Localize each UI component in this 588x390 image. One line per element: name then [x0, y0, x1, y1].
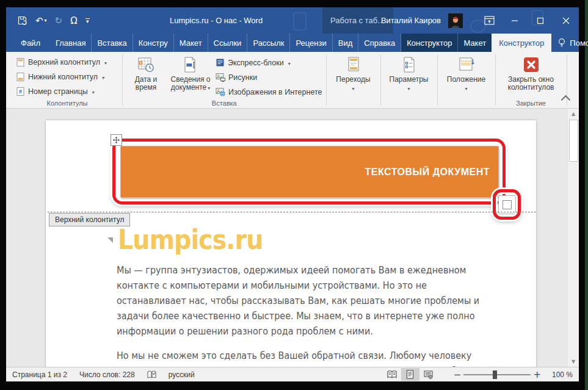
tab-review[interactable]: Рецензи	[290, 34, 332, 52]
dropdown-arrow-icon	[407, 84, 410, 93]
user-name[interactable]: Виталий Каиров	[381, 16, 441, 25]
zoom-level[interactable]: 100 %	[547, 370, 573, 379]
navigation-group-button[interactable]: Переходы	[330, 54, 377, 94]
dropdown-arrow-icon	[288, 59, 291, 67]
pictures-button[interactable]: Рисунки	[216, 71, 322, 84]
group-label: Вставка	[123, 99, 326, 107]
tab-file[interactable]: Файл	[11, 34, 50, 52]
group-headers-footers: Верхний колонтитул Нижний колонтитул # Н…	[12, 52, 122, 108]
dropdown-arrow-icon	[102, 73, 104, 81]
word-window: ↶▾ ↻ Ω ▾ Lumpics.ru - О нас - Word Работ…	[6, 7, 579, 381]
lightbulb-icon	[557, 38, 566, 48]
tab-header-footer-design-active[interactable]: Конструктор	[492, 34, 551, 52]
tab-insert[interactable]: Вставка	[92, 34, 132, 52]
group-options-collapsed: Параметры	[381, 52, 437, 108]
date-time-label: Дата и время	[129, 76, 162, 92]
tab-help-label: Помощь	[570, 38, 588, 48]
zoom-slider-thumb[interactable]	[493, 370, 497, 379]
heading-collapse-icon[interactable]	[107, 237, 113, 243]
read-mode-icon[interactable]	[383, 368, 401, 381]
options-icon	[402, 55, 416, 74]
symbol-omega-icon[interactable]: Ω	[70, 15, 77, 26]
tab-help[interactable]: Помощь	[551, 34, 588, 52]
word-count[interactable]: Число слов: 228	[79, 370, 135, 379]
tab-mailings[interactable]: Рассылк	[247, 34, 290, 52]
pictures-label: Рисунки	[228, 73, 257, 82]
close-header-footer-button[interactable]: Закрыть окно колонтитулов	[499, 54, 563, 93]
window-title: Lumpics.ru - О нас - Word	[170, 7, 263, 34]
tab-references[interactable]: Ссылки	[208, 34, 248, 52]
navigation-label: Переходы	[336, 76, 370, 84]
save-icon[interactable]	[17, 15, 27, 26]
language-indicator[interactable]: русский	[169, 370, 195, 379]
group-position-collapsed: Положение	[438, 52, 495, 108]
zoom-slider[interactable]	[463, 374, 531, 375]
footer-icon	[16, 72, 25, 82]
scroll-up-icon[interactable]: ▲	[568, 109, 579, 119]
contextual-tabs: Конструктор Макет	[401, 34, 492, 52]
tab-design[interactable]: Констру	[133, 34, 174, 52]
tab-view[interactable]: Вид	[333, 34, 359, 52]
paragraph[interactable]: Мы — группа энтузиастов, одержимых идеей…	[117, 263, 487, 339]
customize-qat-icon[interactable]: ▾	[85, 18, 90, 23]
tab-table-design[interactable]: Конструктор	[401, 34, 458, 52]
banner-annotation-ring	[112, 139, 506, 204]
footer-button-label: Нижний колонтитул	[28, 73, 98, 81]
dropdown-arrow-icon	[465, 84, 467, 93]
undo-button[interactable]: ↶▾	[35, 15, 47, 26]
quick-access-toolbar: ↶▾ ↻ Ω ▾	[17, 7, 90, 34]
header-button[interactable]: Верхний колонтитул	[16, 56, 107, 68]
document-heading[interactable]: Lumpics.ru	[118, 224, 263, 255]
move-handle-icon[interactable]	[111, 134, 122, 146]
web-layout-icon[interactable]	[419, 368, 438, 381]
zoom-in-button[interactable]	[533, 369, 541, 380]
avatar[interactable]	[448, 13, 463, 28]
page-indicator[interactable]: Страница 1 из 2	[12, 370, 67, 379]
online-pictures-button[interactable]: Изображения в Интернете	[216, 85, 322, 98]
maximize-button[interactable]	[528, 7, 553, 34]
print-layout-icon[interactable]	[401, 368, 419, 381]
doodle-juicebox	[293, 12, 307, 31]
tab-reference-help[interactable]: Справка	[358, 34, 401, 52]
proofing-icon[interactable]	[147, 370, 156, 379]
header-button-label: Верхний колонтитул	[28, 58, 100, 67]
vertical-scrollbar[interactable]: ▲ ▼	[567, 109, 579, 367]
scrollbar-thumb[interactable]	[569, 120, 578, 162]
minimize-button[interactable]	[502, 7, 528, 34]
tab-table-layout[interactable]: Макет	[458, 34, 492, 52]
dropdown-arrow-icon	[92, 87, 95, 96]
paragraph[interactable]: Но мы не сможем это сделать без Вашей об…	[117, 348, 487, 367]
document-info-button[interactable]: Сведения о документе	[165, 54, 216, 93]
redo-icon[interactable]: ↻	[55, 15, 63, 26]
dropdown-arrow-icon: ▾	[45, 18, 47, 23]
online-pictures-label: Изображения в Интернете	[228, 88, 322, 96]
quick-parts-button[interactable]: Экспресс-блоки	[216, 56, 322, 69]
header-icon	[16, 57, 25, 67]
document-info-label: Сведения о документе	[171, 75, 211, 92]
zoom-out-button[interactable]	[454, 369, 462, 380]
svg-text:#: #	[19, 88, 22, 95]
page-number-button[interactable]: # Номер страницы	[16, 85, 107, 98]
position-group-button[interactable]: Положение	[441, 54, 492, 94]
date-time-icon	[137, 55, 154, 74]
position-icon	[458, 55, 475, 74]
ribbon: Верхний колонтитул Нижний колонтитул # Н…	[6, 52, 579, 109]
tab-layout[interactable]: Макет	[174, 34, 208, 52]
options-group-button[interactable]: Параметры	[385, 54, 434, 94]
scroll-down-icon[interactable]: ▼	[568, 356, 579, 367]
quick-parts-icon	[216, 58, 225, 67]
date-time-button[interactable]: Дата и время	[126, 54, 165, 93]
desktop-edge	[585, 0, 588, 390]
dropdown-arrow-icon	[104, 58, 107, 67]
close-button[interactable]	[553, 7, 579, 34]
quick-parts-label: Экспресс-блоки	[228, 59, 284, 67]
header-boundary-line	[48, 212, 536, 212]
document-body[interactable]: Мы — группа энтузиастов, одержимых идеей…	[117, 263, 487, 367]
statusbar-right: 100 %	[383, 368, 573, 381]
group-label: Закрытие	[496, 99, 567, 107]
ribbon-display-options-icon[interactable]	[476, 7, 502, 34]
footer-button[interactable]: Нижний колонтитул	[16, 70, 107, 83]
title-bar: ↶▾ ↻ Ω ▾ Lumpics.ru - О нас - Word Работ…	[6, 7, 579, 34]
tab-home[interactable]: Главная	[50, 34, 92, 52]
group-insert: Дата и время Сведения о документе Экспре…	[123, 52, 326, 108]
